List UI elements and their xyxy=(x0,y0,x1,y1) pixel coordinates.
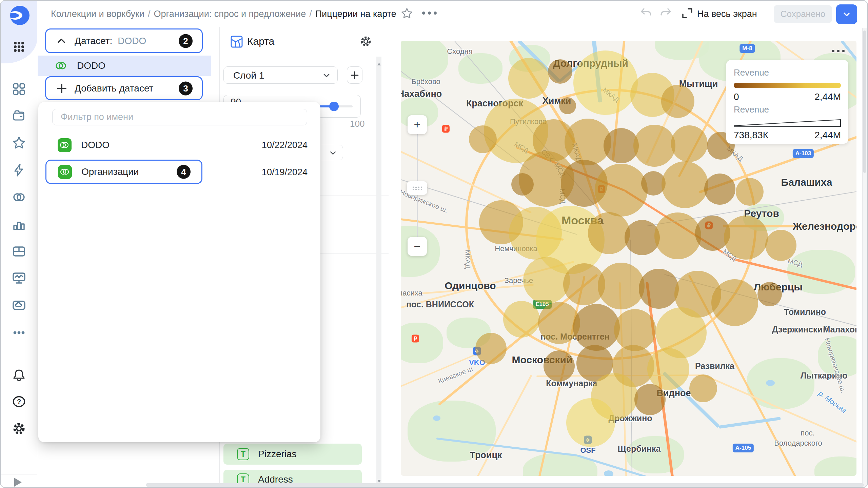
map-bubble xyxy=(559,97,576,114)
dataset-list-item-dodo[interactable]: DODO xyxy=(38,56,211,76)
dataset-item-label: DODO xyxy=(77,60,105,71)
left-sidebar: ? xyxy=(1,1,37,488)
map-bubble xyxy=(544,350,575,382)
map-green-area xyxy=(458,53,502,84)
dropdown-item-date: 10/22/2024 xyxy=(262,140,308,150)
map-label: МКАД xyxy=(464,250,472,269)
map-green-area xyxy=(814,456,856,476)
plus-icon xyxy=(56,82,68,95)
sidebar-storage-icon[interactable] xyxy=(11,297,27,313)
map-zoom-slider-handle[interactable] xyxy=(407,181,427,195)
sidebar-charts-icon[interactable] xyxy=(11,217,27,232)
map-bubble xyxy=(639,269,679,309)
page-vertical-scrollbar[interactable] xyxy=(862,28,867,487)
map-green-area xyxy=(523,453,597,476)
map-zoom-out-button[interactable]: − xyxy=(408,237,427,256)
map-chart-type-icon[interactable] xyxy=(230,35,244,50)
plus-icon xyxy=(350,70,360,80)
map-legend: Revenue 0 2,44M Revenue 738,83К 2,44М xyxy=(726,60,848,144)
notifications-bell-icon[interactable] xyxy=(11,367,27,383)
map-zoom-in-button[interactable]: + xyxy=(408,115,427,134)
dataset-dropdown-panel: DODO 10/22/2024 Организации 4 10/19/2024 xyxy=(38,102,320,442)
map-label: Володарского xyxy=(774,439,822,448)
field-pizzerias[interactable]: T Pizzerias xyxy=(223,444,362,465)
chevron-down-icon xyxy=(322,71,331,80)
map-lake xyxy=(433,415,440,421)
save-dropdown-button[interactable] xyxy=(836,4,857,24)
undo-icon[interactable] xyxy=(639,5,653,21)
page-menu-icon[interactable] xyxy=(422,12,442,15)
page-horizontal-scrollbar[interactable] xyxy=(146,483,864,487)
legend-title: Revenue xyxy=(734,67,841,78)
sidebar-more-icon[interactable] xyxy=(12,325,26,340)
chart-type-title: Карта xyxy=(247,36,274,47)
map-river xyxy=(718,417,781,429)
chart-settings-gear-icon[interactable] xyxy=(359,35,373,49)
saved-button[interactable]: Сохранено xyxy=(774,5,832,23)
map-options-icon[interactable] xyxy=(832,50,845,52)
settings-gear-icon[interactable] xyxy=(11,421,27,436)
dropdown-item-dodo[interactable]: DODO 10/22/2024 xyxy=(38,135,320,156)
map-bubble xyxy=(598,263,645,309)
map-green-area xyxy=(401,323,443,363)
apps-grid-icon[interactable] xyxy=(12,39,26,54)
map-label: Малаховка xyxy=(823,325,856,334)
svg-text:?: ? xyxy=(17,398,21,405)
dataset-icon xyxy=(58,165,72,179)
legend-min: 0 xyxy=(734,92,739,102)
dataset-icon xyxy=(58,138,72,152)
sidebar-datasets-icon[interactable] xyxy=(11,189,27,205)
map-road-badge: А-103 xyxy=(793,149,814,158)
sidebar-favorites-icon[interactable] xyxy=(11,135,27,151)
datalens-logo-icon[interactable] xyxy=(10,6,29,25)
map-bubble xyxy=(689,374,717,402)
sidebar-quick-actions-icon[interactable] xyxy=(12,163,26,178)
sidebar-collections-icon[interactable] xyxy=(11,81,27,97)
slider-thumb[interactable] xyxy=(329,102,339,111)
map-label: Одинцово xyxy=(445,280,496,291)
add-dataset-button[interactable]: Добавить датасет 3 xyxy=(45,76,203,100)
map-label: Брёхово xyxy=(411,77,440,86)
sidebar-workbooks-icon[interactable] xyxy=(11,108,27,124)
breadcrumb-collections[interactable]: Коллекции и воркбуки xyxy=(51,9,144,19)
map-label: Нахабино xyxy=(401,89,442,99)
string-type-icon: T xyxy=(237,448,249,460)
map-bubble xyxy=(765,230,796,261)
sidebar-dashboards-icon[interactable] xyxy=(11,270,27,286)
map-bubble xyxy=(704,174,735,205)
map-bubble xyxy=(662,161,708,208)
redo-icon[interactable] xyxy=(658,5,673,21)
breadcrumb-workbook[interactable]: Организации: спрос и предложение xyxy=(154,9,306,19)
fullscreen-label[interactable]: На весь экран xyxy=(697,9,757,19)
map-label: Троицк xyxy=(470,450,502,461)
help-icon[interactable]: ? xyxy=(11,394,27,409)
map-bubble xyxy=(523,257,570,304)
map-label: Балашиха xyxy=(781,177,832,188)
map-bubble xyxy=(757,282,782,306)
map-bubble xyxy=(671,125,708,162)
map-label: Железнодоро xyxy=(793,221,856,232)
map-road-badge: ₽ xyxy=(442,125,450,133)
map-label: Сходня xyxy=(447,47,472,56)
map-lake xyxy=(766,380,775,386)
add-layer-button[interactable] xyxy=(347,66,362,84)
map-canvas[interactable]: БрёховоСходняДолгопрудныйМытищиХимкиПути… xyxy=(401,41,856,476)
dropdown-item-organizations[interactable]: Организации 4 xyxy=(45,160,202,184)
dataset-selector[interactable]: Датасет: DODO 2 xyxy=(45,28,203,53)
panel-scrollbar[interactable] xyxy=(376,57,381,488)
fullscreen-icon[interactable] xyxy=(681,7,694,21)
map-bubble xyxy=(511,173,534,196)
layer-select[interactable]: Слой 1 xyxy=(223,66,338,84)
breadcrumb-separator: / xyxy=(144,9,154,19)
slider-max-label: 100 xyxy=(350,119,364,129)
dataset-filter-input[interactable] xyxy=(52,109,307,125)
map-bubble xyxy=(475,333,507,364)
map-label: Развилка xyxy=(695,361,734,371)
favorite-star-icon[interactable] xyxy=(400,7,414,22)
map-bubble xyxy=(736,178,764,206)
sidebar-collapse-icon[interactable] xyxy=(14,478,22,487)
sidebar-tables-icon[interactable] xyxy=(11,244,27,259)
sidebar-divider xyxy=(1,474,37,474)
map-label: р. Москва xyxy=(817,389,848,414)
map-bubble xyxy=(469,125,497,153)
